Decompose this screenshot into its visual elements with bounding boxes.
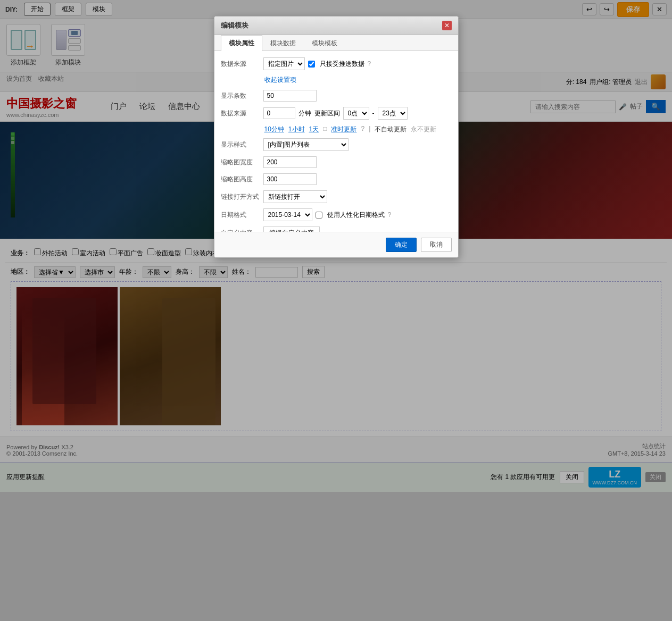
only-push-label: 只接受推送数据 xyxy=(320,60,364,69)
update-range-label: 更新区间 xyxy=(314,109,340,118)
thumb-width-row: 缩略图宽度 xyxy=(221,156,452,168)
cache-minutes-input[interactable] xyxy=(263,107,295,119)
collapse-link[interactable]: 收起设置项 xyxy=(264,76,296,83)
help-icon-3: ? xyxy=(388,211,392,219)
range-start-select[interactable]: 0点 xyxy=(343,107,369,120)
minutes-unit: 分钟 xyxy=(298,109,311,118)
display-style-row: 显示样式 [内置]图片列表 xyxy=(221,138,452,151)
thumb-width-control xyxy=(263,156,452,168)
help-icon-2: ? xyxy=(361,125,364,134)
data-source-label: 数据来源 xyxy=(221,60,263,69)
thumb-width-input[interactable] xyxy=(263,156,317,168)
date-format-label: 日期格式 xyxy=(221,211,263,220)
time-quick-links: 10分钟 1小时 1天 □ 准时更新 ? | 不自动更新 永不更新 xyxy=(264,125,452,134)
link-open-label: 链接打开方式 xyxy=(221,192,263,202)
display-count-label: 显示条数 xyxy=(221,91,263,100)
range-dash: - xyxy=(372,110,375,117)
data-source-row: 数据来源 指定图片 只接受推送数据 ? xyxy=(221,57,452,70)
humanized-date-checkbox[interactable] xyxy=(316,212,322,219)
real-time-link[interactable]: 准时更新 xyxy=(331,125,356,134)
thumb-height-input[interactable] xyxy=(263,173,317,185)
cache-update-row: 数据来源 分钟 更新区间 0点 - 23点 xyxy=(221,107,452,120)
data-source-select[interactable]: 指定图片 xyxy=(263,57,305,70)
cache-update-control: 分钟 更新区间 0点 - 23点 xyxy=(263,107,452,120)
data-source-control: 指定图片 只接受推送数据 ? xyxy=(263,57,452,70)
thumb-height-control xyxy=(263,173,452,185)
display-count-row: 显示条数 xyxy=(221,90,452,102)
display-count-control xyxy=(263,90,452,102)
modal-close-button[interactable]: ✕ xyxy=(442,21,452,30)
thumb-height-row: 缩略图高度 xyxy=(221,173,452,185)
modal-overlay: 编辑模块 ✕ 模块属性 模块数据 模块模板 数据来源 指定图片 xyxy=(0,0,672,492)
thumb-height-label: 缩略图高度 xyxy=(221,175,263,184)
modal-title: 编辑模块 xyxy=(221,21,248,30)
modal-scroll-area: 数据来源 指定图片 只接受推送数据 ? 收起设置项 xyxy=(214,51,458,232)
range-end-select[interactable]: 23点 xyxy=(378,107,408,120)
display-style-control: [内置]图片列表 xyxy=(263,138,452,151)
cancel-button[interactable]: 取消 xyxy=(421,238,452,252)
modal-header: 编辑模块 ✕ xyxy=(214,16,458,35)
custom-content-row: 自定义内容 编辑自定义内容 xyxy=(221,226,452,232)
help-icon: ? xyxy=(368,60,371,68)
custom-content-label: 自定义内容 xyxy=(221,229,263,232)
confirm-button[interactable]: 确定 xyxy=(386,238,417,252)
collapse-row: 收起设置项 xyxy=(221,75,452,85)
link-open-select[interactable]: 新链接打开 xyxy=(263,190,327,203)
edit-module-dialog: 编辑模块 ✕ 模块属性 模块数据 模块模板 数据来源 指定图片 xyxy=(214,16,459,258)
modal-body: 数据来源 指定图片 只接受推送数据 ? 收起设置项 xyxy=(214,51,458,232)
link-open-row: 链接打开方式 新链接打开 xyxy=(221,190,452,203)
tab-module-data[interactable]: 模块数据 xyxy=(262,35,304,51)
thumb-width-label: 缩略图宽度 xyxy=(221,158,263,167)
cache-update-label: 数据来源 xyxy=(221,109,263,118)
edit-custom-button[interactable]: 编辑自定义内容 xyxy=(263,226,320,232)
time-1day-link[interactable]: 1天 xyxy=(309,125,319,134)
date-format-row: 日期格式 2015-03-14 使用人性化日期格式 ? xyxy=(221,208,452,221)
tab-module-props[interactable]: 模块属性 xyxy=(221,35,262,51)
date-format-select[interactable]: 2015-03-14 xyxy=(263,208,312,221)
only-push-checkbox[interactable] xyxy=(308,61,315,68)
display-style-label: 显示样式 xyxy=(221,140,263,149)
modal-tabs: 模块属性 模块数据 模块模板 xyxy=(214,35,458,51)
custom-content-control: 编辑自定义内容 xyxy=(263,226,452,232)
tab-module-template[interactable]: 模块模板 xyxy=(304,35,345,51)
date-format-control: 2015-03-14 使用人性化日期格式 ? xyxy=(263,208,452,221)
display-style-select[interactable]: [内置]图片列表 xyxy=(263,138,349,151)
time-1hour-link[interactable]: 1小时 xyxy=(288,125,305,134)
no-auto-label: 不自动更新 xyxy=(375,125,406,134)
modal-footer: 确定 取消 xyxy=(214,232,458,257)
humanized-date-label: 使用人性化日期格式 xyxy=(327,211,385,220)
display-count-input[interactable] xyxy=(263,90,317,102)
time-10min-link[interactable]: 10分钟 xyxy=(264,125,284,134)
link-open-control: 新链接打开 xyxy=(263,190,452,203)
